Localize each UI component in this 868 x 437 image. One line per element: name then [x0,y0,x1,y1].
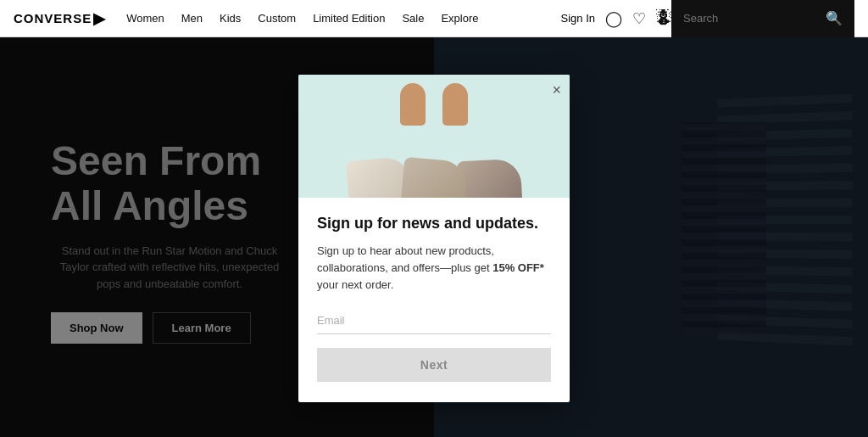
modal-desc-plain: Sign up to hear about new products, coll… [317,244,494,274]
search-bar: 🔍 [671,0,854,37]
search-icon[interactable]: 🔍 [826,10,843,26]
modal-body: Sign up for news and updates. Sign up to… [298,198,570,402]
sneaker-group [339,160,530,198]
main-nav: Women Men Kids Custom Limited Edition Sa… [126,12,560,25]
navbar-right: Sign In ◯ ♡ ⛇ [561,9,671,28]
user-icon[interactable]: ◯ [605,9,622,28]
logo-arrow: ▶ [93,9,106,28]
modal-overlay[interactable]: × Sign up for news and updates. Sign up … [0,37,868,437]
modal-image [298,75,570,198]
email-input[interactable] [317,307,551,334]
logo[interactable]: CONVERSE▶ [14,9,106,28]
signup-modal: × Sign up for news and updates. Sign up … [298,75,570,402]
hero-section: Seen From All Angles Stand out in the Ru… [0,37,868,437]
modal-description: Sign up to hear about new products, coll… [317,243,551,294]
hand-right [442,83,468,126]
nav-item-sale[interactable]: Sale [402,12,424,25]
sneaker-3 [456,159,522,198]
nav-item-limited[interactable]: Limited Edition [313,12,385,25]
nav-item-men[interactable]: Men [181,12,203,25]
hands-decoration [400,83,468,126]
nav-item-explore[interactable]: Explore [441,12,478,25]
nav-item-kids[interactable]: Kids [220,12,241,25]
search-input[interactable] [683,12,826,25]
hand-left [400,83,426,126]
cart-icon[interactable]: ⛇ [656,9,671,27]
modal-title: Sign up for news and updates. [317,215,551,233]
modal-desc-end: your next order. [317,278,393,291]
wishlist-icon[interactable]: ♡ [632,9,646,28]
modal-close-button[interactable]: × [552,81,561,99]
nav-item-custom[interactable]: Custom [258,12,296,25]
signin-link[interactable]: Sign In [561,12,595,25]
modal-desc-bold: 15% OFF* [492,261,544,274]
navbar: CONVERSE▶ Women Men Kids Custom Limited … [0,0,868,37]
nav-item-women[interactable]: Women [126,12,164,25]
logo-text: CONVERSE [14,11,92,25]
next-button[interactable]: Next [317,348,551,382]
